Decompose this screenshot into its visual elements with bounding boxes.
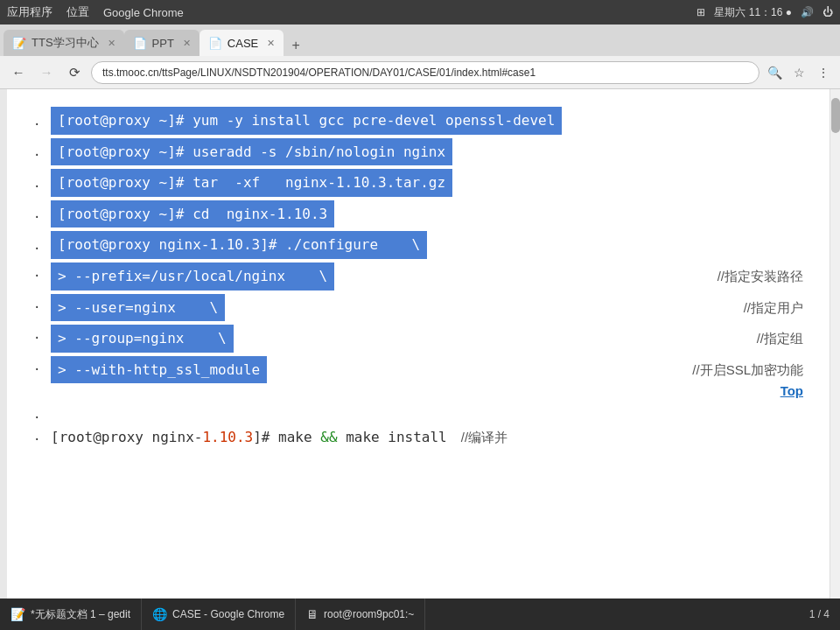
bullet-8: .	[33, 325, 40, 344]
content-area: . [root@proxy ~]# yum -y install gcc pcr…	[0, 89, 840, 620]
system-bar: 应用程序 位置 Google Chrome ⊞ 星期六 11：16 ● 🔊 ⏻	[0, 0, 840, 24]
option-line-6: > --prefix=/usr/local/nginx \	[51, 262, 334, 290]
search-icon-btn[interactable]: 🔍	[765, 63, 784, 82]
scrollbar-thumb[interactable]	[831, 98, 840, 133]
cmd-line-2: [root@proxy ~]# useradd -s /sbin/nologin…	[51, 138, 452, 166]
taskbar: 📝 *无标题文档 1 – gedit 🌐 CASE - Google Chrom…	[0, 598, 840, 630]
datetime: 星期六 11：16 ●	[714, 5, 792, 20]
option-line-8: > --group=nginx \	[51, 325, 234, 353]
apps-menu[interactable]: 应用程序	[7, 4, 52, 20]
bookmark-icon-btn[interactable]: ☆	[789, 63, 808, 82]
gedit-label: *无标题文档 1 – gedit	[31, 607, 130, 622]
tab-case-icon: 📄	[208, 37, 222, 50]
chrome-icon: 🌐	[152, 607, 167, 621]
url-text: tts.tmooc.cn/ttsPage/LINUX/NSDTN201904/O…	[102, 66, 536, 79]
bullet-7: .	[33, 294, 40, 313]
make-version: 1.10.3	[202, 426, 253, 449]
make-middle: ]# make	[253, 426, 320, 449]
network-icon: ⊞	[696, 6, 705, 18]
line-7: . > --user=nginx \ //指定用户	[51, 294, 803, 322]
tab-tts-icon: 📝	[12, 37, 26, 50]
page-number: 1 / 4	[799, 608, 840, 620]
line-6: . > --prefix=/usr/local/nginx \ //指定安装路径	[51, 262, 803, 290]
line-1: . [root@proxy ~]# yum -y install gcc pcr…	[51, 107, 803, 135]
top-link[interactable]: Top	[780, 381, 803, 402]
page-content: . [root@proxy ~]# yum -y install gcc pcr…	[7, 89, 830, 620]
nav-bar: ← → ⟳ tts.tmooc.cn/ttsPage/LINUX/NSDTN20…	[0, 56, 840, 89]
bullet-9: .	[33, 356, 40, 375]
tab-case-label: CASE	[228, 37, 258, 50]
tab-ppt-icon: 📄	[133, 37, 147, 50]
terminal-icon: 🖥	[306, 607, 318, 621]
address-bar[interactable]: tts.tmooc.cn/ttsPage/LINUX/NSDTN201904/O…	[91, 61, 760, 84]
taskbar-chrome[interactable]: 🌐 CASE - Google Chrome	[142, 598, 296, 630]
scrollbar-right[interactable]	[830, 89, 840, 620]
scrollbar-left	[0, 89, 7, 620]
bullet-3: .	[33, 173, 40, 192]
line-9: . > --with-http_ssl_module //开启SSL加密功能 T…	[51, 356, 803, 402]
make-install: make install	[338, 426, 447, 449]
tab-ppt-label: PPT	[152, 37, 174, 50]
position-menu[interactable]: 位置	[66, 4, 89, 20]
line-4: . [root@proxy ~]# cd nginx-1.10.3	[51, 200, 803, 228]
line-2: . [root@proxy ~]# useradd -s /sbin/nolog…	[51, 138, 803, 166]
back-button[interactable]: ←	[7, 61, 30, 84]
cmd-line-5: [root@proxy nginx-1.10.3]# ./configure \	[51, 231, 427, 259]
tab-case[interactable]: 📄 CASE ✕	[200, 30, 284, 56]
option-line-9: > --with-http_ssl_module	[51, 356, 267, 384]
cmd-line-4: [root@proxy ~]# cd nginx-1.10.3	[51, 200, 334, 228]
power-icon[interactable]: ⏻	[822, 6, 833, 18]
taskbar-gedit[interactable]: 📝 *无标题文档 1 – gedit	[0, 598, 142, 630]
comment-line-8: //指定组	[757, 328, 803, 349]
taskbar-terminal[interactable]: 🖥 root@room9pc01:~	[296, 598, 425, 630]
tab-tts-close[interactable]: ✕	[108, 38, 116, 49]
make-prefix: [root@proxy nginx-	[51, 426, 202, 449]
line-8: . > --group=nginx \ //指定组	[51, 325, 803, 353]
reload-button[interactable]: ⟳	[63, 61, 86, 84]
comment-line-9: //开启SSL加密功能	[692, 360, 803, 381]
bullet-5: .	[33, 235, 40, 255]
make-comment: //编译并	[461, 427, 508, 448]
new-tab-button[interactable]: +	[284, 35, 308, 56]
line-5: . [root@proxy nginx-1.10.3]# ./configure…	[51, 231, 803, 259]
tab-ppt[interactable]: 📄 PPT ✕	[124, 30, 200, 56]
system-bar-left: 应用程序 位置 Google Chrome	[7, 4, 184, 20]
bullet-1: .	[33, 111, 40, 130]
browser-window: 📝 TTS学习中心 ✕ 📄 PPT ✕ 📄 CASE ✕ + ← → ⟳ tts…	[0, 24, 840, 630]
bullet-6: .	[33, 262, 40, 282]
tab-tts-label: TTS学习中心	[32, 35, 99, 51]
line-3: . [root@proxy ~]# tar -xf nginx-1.10.3.t…	[51, 169, 803, 197]
gedit-icon: 📝	[10, 607, 25, 621]
bullet-4: .	[33, 204, 40, 223]
nav-icons: 🔍 ☆ ⋮	[765, 63, 833, 82]
bullet-make: .	[33, 426, 40, 445]
line-make: . [root@proxy nginx-1.10.3]# make && mak…	[51, 426, 803, 449]
forward-button[interactable]: →	[35, 61, 58, 84]
tab-bar: 📝 TTS学习中心 ✕ 📄 PPT ✕ 📄 CASE ✕ +	[0, 24, 840, 56]
make-and: &&	[320, 426, 337, 449]
bullet-2: .	[33, 142, 40, 161]
tab-ppt-close[interactable]: ✕	[183, 38, 191, 49]
tab-case-close[interactable]: ✕	[267, 38, 275, 49]
option-line-7: > --user=nginx \	[51, 294, 225, 322]
chrome-label: CASE - Google Chrome	[172, 608, 284, 620]
browser-menu[interactable]: Google Chrome	[103, 6, 184, 19]
menu-icon-btn[interactable]: ⋮	[814, 63, 833, 82]
cmd-line-1: [root@proxy ~]# yum -y install gcc pcre-…	[51, 107, 562, 135]
line-blank: .	[51, 405, 803, 423]
system-bar-right: ⊞ 星期六 11：16 ● 🔊 ⏻	[696, 5, 833, 20]
comment-line-6: //指定安装路径	[718, 266, 803, 287]
cmd-line-3: [root@proxy ~]# tar -xf nginx-1.10.3.tar…	[51, 169, 452, 197]
bullet-blank: .	[33, 404, 40, 424]
terminal-label: root@room9pc01:~	[324, 608, 414, 620]
volume-icon: 🔊	[801, 6, 814, 18]
comment-line-7: //指定用户	[744, 298, 803, 318]
tab-tts[interactable]: 📝 TTS学习中心 ✕	[4, 30, 124, 56]
